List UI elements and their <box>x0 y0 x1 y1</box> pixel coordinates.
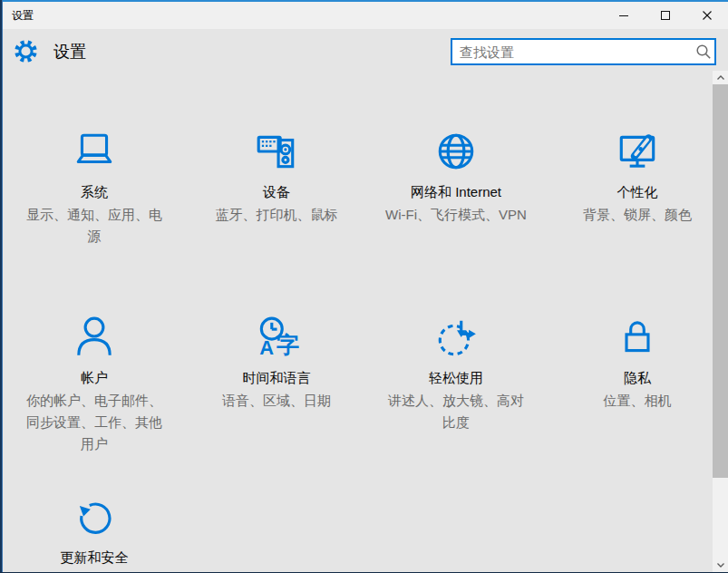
tile-title: 网络和 Internet <box>370 183 542 201</box>
search-box <box>451 38 716 65</box>
globe-icon <box>370 129 542 174</box>
close-button[interactable] <box>686 2 728 29</box>
tile-title: 帐户 <box>8 369 180 387</box>
scroll-down-button[interactable] <box>713 558 728 572</box>
scrollbar[interactable] <box>713 71 728 572</box>
chevron-down-icon <box>716 562 725 568</box>
lock-icon <box>551 315 723 360</box>
tile-devices[interactable]: 设备 蓝牙、打印机、鼠标 <box>190 129 363 226</box>
devices-icon <box>190 129 363 174</box>
tile-subtitle: Wi-Fi、飞行模式、VPN <box>383 204 529 226</box>
maximize-icon <box>660 10 671 21</box>
search-input[interactable] <box>452 44 693 60</box>
caption-buttons <box>603 2 728 29</box>
tile-subtitle: 背景、锁屏、颜色 <box>565 204 710 226</box>
minimize-button[interactable] <box>603 2 645 29</box>
settings-window: 设置 设置 <box>0 0 728 573</box>
window-border-top <box>0 0 728 2</box>
tile-title: 轻松使用 <box>370 369 542 387</box>
tile-accounts[interactable]: 帐户 你的帐户、电子邮件、同步设置、工作、其他用户 <box>8 315 180 455</box>
tile-privacy[interactable]: 隐私 位置、相机 <box>551 315 723 412</box>
maximize-button[interactable] <box>645 2 686 29</box>
svg-text:A: A <box>259 336 274 359</box>
window-border-left <box>0 0 3 573</box>
scroll-up-button[interactable] <box>713 71 728 84</box>
personalization-icon <box>551 129 723 174</box>
page-title: 设置 <box>53 41 86 63</box>
search-icon[interactable] <box>693 44 714 60</box>
tile-subtitle: 你的帐户、电子邮件、同步设置、工作、其他用户 <box>22 390 167 455</box>
tile-title: 时间和语言 <box>190 369 363 387</box>
tile-subtitle: 讲述人、放大镜、高对比度 <box>383 390 529 433</box>
tile-subtitle: 显示、通知、应用、电源 <box>22 204 167 248</box>
scrollbar-thumb[interactable] <box>713 84 728 478</box>
tile-update-security[interactable]: 更新和安全 Windows 更新、恢复、备份 <box>8 494 180 573</box>
tile-time-language[interactable]: A 字 时间和语言 语音、区域、日期 <box>190 315 363 412</box>
gear-icon <box>14 39 38 63</box>
svg-text:字: 字 <box>277 332 299 357</box>
tile-personalization[interactable]: 个性化 背景、锁屏、颜色 <box>551 129 723 226</box>
user-icon <box>8 315 180 360</box>
minimize-icon <box>618 10 629 21</box>
tile-network[interactable]: 网络和 Internet Wi-Fi、飞行模式、VPN <box>370 129 542 226</box>
tile-subtitle: 蓝牙、打印机、鼠标 <box>204 204 349 226</box>
update-arrow-icon <box>8 494 180 539</box>
tile-title: 个性化 <box>551 183 723 201</box>
window-title: 设置 <box>3 8 603 24</box>
ease-of-access-icon <box>370 315 542 360</box>
clock-language-icon: A 字 <box>190 315 363 360</box>
tile-title: 隐私 <box>551 369 723 387</box>
tile-ease-of-access[interactable]: 轻松使用 讲述人、放大镜、高对比度 <box>370 315 542 433</box>
close-icon <box>702 10 713 21</box>
tile-title: 系统 <box>8 183 180 201</box>
title-bar[interactable]: 设置 <box>3 2 728 29</box>
laptop-icon <box>8 129 180 174</box>
tile-title: 设备 <box>190 183 363 201</box>
tile-system[interactable]: 系统 显示、通知、应用、电源 <box>8 129 180 248</box>
tile-subtitle: 语音、区域、日期 <box>204 390 349 412</box>
chevron-up-icon <box>716 74 725 81</box>
tile-title: 更新和安全 <box>8 549 180 567</box>
tile-subtitle: 位置、相机 <box>565 390 710 412</box>
